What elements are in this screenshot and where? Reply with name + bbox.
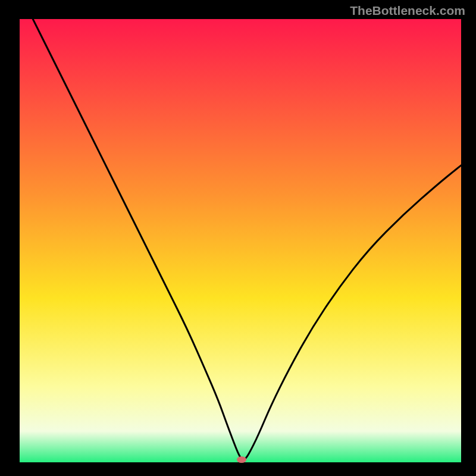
- chart-frame: TheBottleneck.com: [0, 0, 476, 476]
- bottleneck-curve: [20, 19, 461, 462]
- curve-path: [33, 19, 461, 460]
- plot-area: [20, 19, 461, 462]
- watermark-text: TheBottleneck.com: [350, 4, 465, 18]
